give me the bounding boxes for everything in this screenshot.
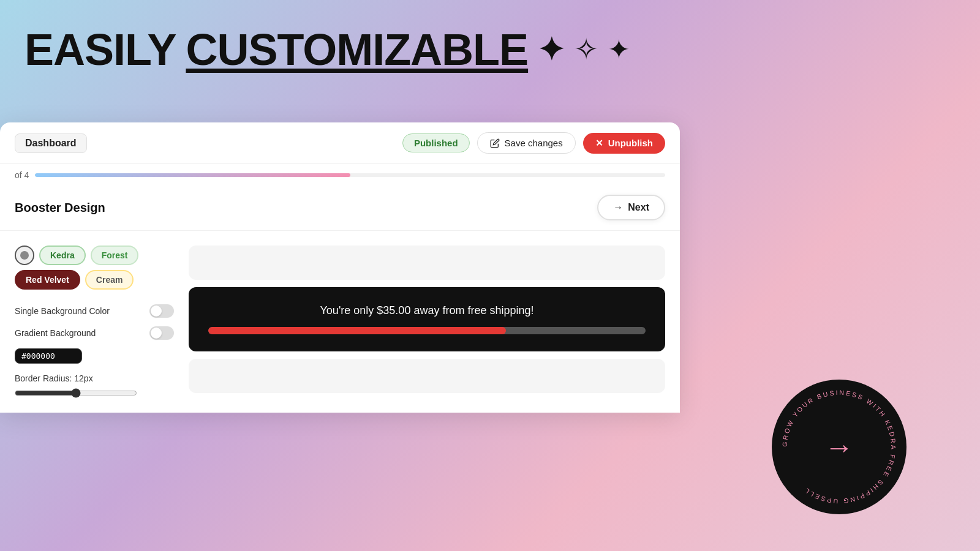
unpublish-button[interactable]: ✕ Unpublish: [583, 133, 665, 154]
next-button[interactable]: → Next: [597, 195, 665, 220]
theme-sidebar: Kedra Forest Red Velvet Cream Single Bac…: [15, 246, 174, 398]
gradient-bg-toggle[interactable]: [149, 326, 174, 340]
theme-kedra-label: Kedra: [50, 250, 75, 260]
arrow-right-icon: →: [613, 202, 623, 213]
svg-text:GROW YOUR BUSINESS WITH KEDRA : GROW YOUR BUSINESS WITH KEDRA FREE SHIPP…: [781, 389, 897, 505]
hero-title-part1: EASILY: [24, 24, 176, 75]
circular-badge[interactable]: → GROW YOUR BUSINESS WITH KEDRA FREE SHI…: [772, 380, 907, 514]
save-icon: [490, 138, 500, 148]
shipping-text: You're only $35.00 away from free shippi…: [208, 304, 646, 317]
main-panel: Dashboard Published Save changes ✕ Unpub…: [0, 122, 680, 413]
shipping-progress-fill: [208, 327, 506, 334]
theme-red-velvet-label: Red Velvet: [26, 275, 69, 285]
single-bg-toggle[interactable]: [149, 304, 174, 318]
unpublish-x-icon: ✕: [595, 138, 603, 149]
star-icon-3: ✦: [608, 36, 630, 63]
preview-top-placeholder: [189, 246, 665, 280]
save-changes-button[interactable]: Save changes: [477, 132, 576, 154]
progress-bar: [35, 173, 665, 177]
color-input[interactable]: [15, 348, 82, 364]
star-icon-2: ✧: [574, 35, 598, 64]
theme-chips: Kedra Forest Red Velvet Cream: [15, 246, 174, 290]
content-area: Kedra Forest Red Velvet Cream Single Bac…: [0, 231, 680, 413]
booster-section: Booster Design → Next: [0, 180, 680, 231]
theme-chip-red-velvet[interactable]: Red Velvet: [15, 270, 80, 290]
theme-chip-cream[interactable]: Cream: [85, 270, 134, 290]
color-input-wrap: [15, 348, 174, 364]
gradient-bg-setting: Gradient Background: [15, 326, 174, 340]
top-bar: Dashboard Published Save changes ✕ Unpub…: [0, 122, 680, 164]
border-radius-slider[interactable]: [15, 388, 137, 398]
theme-chip-kedra[interactable]: Kedra: [39, 246, 86, 265]
theme-chip-forest[interactable]: Forest: [91, 246, 139, 265]
progress-bar-fill: [35, 173, 350, 177]
published-badge: Published: [402, 133, 470, 152]
step-text: of 4: [15, 170, 29, 180]
preview-area: You're only $35.00 away from free shippi…: [189, 246, 665, 398]
theme-default-dot: [20, 251, 29, 260]
single-bg-label: Single Background Color: [15, 306, 110, 316]
theme-forest-label: Forest: [102, 250, 128, 260]
dashboard-label: Dashboard: [15, 133, 87, 153]
top-bar-actions: Published Save changes ✕ Unpublish: [402, 132, 665, 154]
hero-title-part2: CUSTOMIZABLE: [186, 24, 528, 75]
star-icon-1: ✦: [538, 34, 564, 66]
theme-cream-label: Cream: [96, 275, 123, 285]
circular-badge-inner: → GROW YOUR BUSINESS WITH KEDRA FREE SHI…: [772, 380, 907, 514]
single-bg-setting: Single Background Color: [15, 304, 174, 318]
border-radius-label: Border Radius: 12px: [15, 373, 174, 383]
booster-title: Booster Design: [15, 201, 105, 215]
circular-badge-text: GROW YOUR BUSINESS WITH KEDRA FREE SHIPP…: [772, 380, 907, 514]
theme-chip-default[interactable]: [15, 246, 34, 265]
hero-title: EASILY CUSTOMIZABLE ✦ ✧ ✦: [24, 24, 630, 75]
preview-bottom-placeholder: [189, 359, 665, 393]
shipping-banner: You're only $35.00 away from free shippi…: [189, 287, 665, 351]
slider-wrap: [15, 388, 174, 398]
step-bar: of 4: [0, 164, 680, 180]
shipping-progress-bar: [208, 327, 646, 334]
gradient-bg-label: Gradient Background: [15, 328, 96, 338]
